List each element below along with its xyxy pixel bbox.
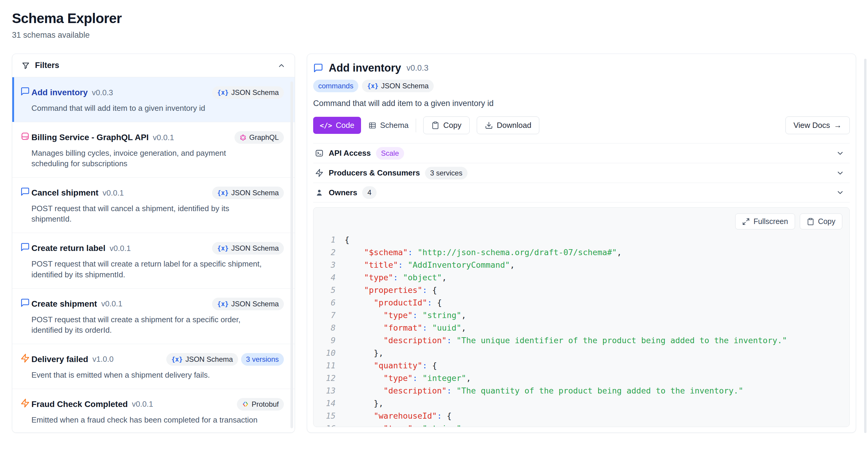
badge-json-schema: {x}JSON Schema (212, 298, 284, 310)
schema-list-item-delivery-failed[interactable]: Delivery failed v1.0.0 {x}JSON Schema3 v… (12, 344, 294, 389)
line-number: 6 (319, 297, 336, 309)
schema-item-header: Create return label v0.0.1 {x}JSON Schem… (31, 242, 284, 255)
line-number: 3 (319, 259, 336, 271)
line-number: 10 (319, 347, 336, 359)
schema-item-description: POST request that will create a shipment… (31, 314, 262, 335)
detail-version: v0.0.3 (406, 63, 429, 73)
schema-item-version: v1.0.0 (92, 355, 114, 364)
section-label: Owners (329, 188, 357, 197)
schema-list-item-cancel-shipment[interactable]: Cancel shipment v0.0.1 {x}JSON Schema PO… (12, 177, 294, 233)
schema-list-item-create-shipment[interactable]: Create shipment v0.0.1 {x}JSON Schema PO… (12, 289, 294, 344)
schema-item-description: Command that will add item to a given in… (31, 103, 262, 113)
database-icon (20, 132, 30, 141)
sidebar-scrollbar[interactable] (290, 81, 293, 428)
schema-item-badges: {x}JSON Schema (212, 86, 284, 99)
code-line: 7 "type": "string", (319, 309, 842, 321)
schema-item-version: v0.0.3 (92, 88, 113, 97)
code-icon: </> (320, 121, 332, 130)
code-line: 12 "type": "integer", (319, 372, 842, 385)
filter-icon (21, 61, 30, 70)
chat-bubble-icon (313, 63, 323, 73)
user-icon (315, 188, 323, 197)
fullscreen-button[interactable]: Fullscreen (735, 214, 795, 229)
section-producers-consumers[interactable]: Producers & Consumers 3 services (313, 163, 850, 183)
view-docs-button[interactable]: View Docs → (785, 116, 850, 134)
arrow-right-icon: → (834, 121, 842, 130)
schema-item-badges: Protobuf (237, 398, 284, 411)
schema-item-title: Cancel shipment (31, 188, 98, 198)
code-line: 1{ (319, 233, 842, 246)
copy-button[interactable]: Copy (423, 116, 470, 134)
chevron-down-icon (836, 188, 844, 197)
schema-item-title: Create return label (31, 244, 105, 253)
schema-item-badges: {x}JSON Schema (212, 298, 284, 310)
schema-item-version: v0.0.1 (132, 399, 153, 409)
code-line: 5 "properties": { (319, 284, 842, 297)
schema-item-version: v0.0.1 (153, 133, 174, 142)
line-number: 8 (319, 321, 336, 334)
code-tab-label: Code (336, 121, 354, 130)
code-line: 2 "$schema": "http://json-schema.org/dra… (319, 246, 842, 259)
schema-item-version: v0.0.1 (102, 188, 124, 198)
schema-item-description: POST request that will cancel a shipment… (31, 203, 262, 224)
section-label: Producers & Consumers (329, 168, 420, 177)
code-line: 6 "productId": { (319, 297, 842, 309)
schema-list-item-fraud-check-completed[interactable]: Fraud Check Completed v0.0.1 Protobuf Em… (12, 389, 294, 432)
copy-code-button[interactable]: Copy (800, 214, 842, 229)
chevron-up-icon (277, 61, 286, 70)
line-number: 5 (319, 284, 336, 297)
code-line: 15 "warehouseId": { (319, 410, 842, 422)
download-button[interactable]: Download (477, 116, 539, 134)
code-tab-button[interactable]: </> Code (313, 117, 361, 134)
schema-item-title: Delivery failed (31, 355, 88, 364)
code-line: 11 "quantity": { (319, 359, 842, 372)
chat-bubble-icon (20, 298, 30, 308)
section-owners[interactable]: Owners 4 (313, 183, 850, 202)
toolbar-divider (416, 119, 416, 132)
schema-detail-panel: Add inventory v0.0.3 commands{x}JSON Sch… (307, 54, 856, 433)
schema-item-version: v0.0.1 (101, 299, 122, 308)
badge-commands: commands (313, 80, 358, 92)
chat-bubble-icon (20, 242, 30, 252)
chevron-down-icon (836, 149, 844, 158)
schema-item-description: Manages billing cycles, invoice generati… (31, 148, 262, 169)
terminal-icon (315, 149, 323, 158)
code-line: 3 "title": "AddInventoryCommand", (319, 259, 842, 271)
section-api-access[interactable]: API Access Scale (313, 143, 850, 163)
schema-item-description: Emitted when a fraud check has been comp… (31, 415, 262, 425)
page-scrollbar[interactable] (864, 59, 867, 433)
schema-item-header: Create shipment v0.0.1 {x}JSON Schema (31, 298, 284, 310)
badge-json-schema: {x}JSON Schema (212, 242, 284, 255)
filters-toggle[interactable]: Filters (12, 54, 294, 77)
fullscreen-icon (742, 218, 750, 225)
schema-item-title: Fraud Check Completed (31, 399, 128, 409)
filters-label: Filters (35, 61, 59, 70)
code-line: 9 "description": "The unique identifier … (319, 334, 842, 347)
json-schema-icon: {x} (367, 82, 378, 89)
schema-item-title: Create shipment (31, 299, 97, 309)
line-number: 7 (319, 309, 336, 321)
badge-protobuf: Protobuf (237, 398, 284, 411)
line-number: 2 (319, 246, 336, 259)
schema-list-item-billing-service-graphql-api[interactable]: Billing Service - GraphQL API v0.0.1 Gra… (12, 122, 294, 177)
schema-item-header: Billing Service - GraphQL API v0.0.1 Gra… (31, 131, 284, 144)
code-line: 14 }, (319, 397, 842, 410)
download-icon (485, 121, 493, 130)
schema-list-item-create-return-label[interactable]: Create return label v0.0.1 {x}JSON Schem… (12, 233, 294, 288)
schema-item-header: Fraud Check Completed v0.0.1 Protobuf (31, 398, 284, 411)
badge-json-schema: {x}JSON Schema (212, 187, 284, 199)
code-line: 10 }, (319, 347, 842, 359)
chevron-down-icon (836, 169, 844, 177)
section-badge: 3 services (425, 167, 467, 179)
zap-orange-icon (20, 398, 30, 408)
view-docs-label: View Docs (794, 121, 830, 130)
schema-tab-button[interactable]: Schema (368, 121, 409, 130)
schema-list-item-add-inventory[interactable]: Add inventory v0.0.3 {x}JSON Schema Comm… (12, 77, 294, 122)
schema-item-description: Event that is emitted when a shipment de… (31, 370, 262, 380)
code-editor[interactable]: 1{ 2 "$schema": "http://json-schema.org/… (319, 233, 842, 427)
json-schema-icon: {x} (217, 89, 228, 96)
copy-label: Copy (443, 121, 462, 130)
schema-item-header: Delivery failed v1.0.0 {x}JSON Schema3 v… (31, 353, 284, 366)
schema-item-title: Billing Service - GraphQL API (31, 133, 149, 142)
code-line: 8 "format": "uuid", (319, 321, 842, 334)
